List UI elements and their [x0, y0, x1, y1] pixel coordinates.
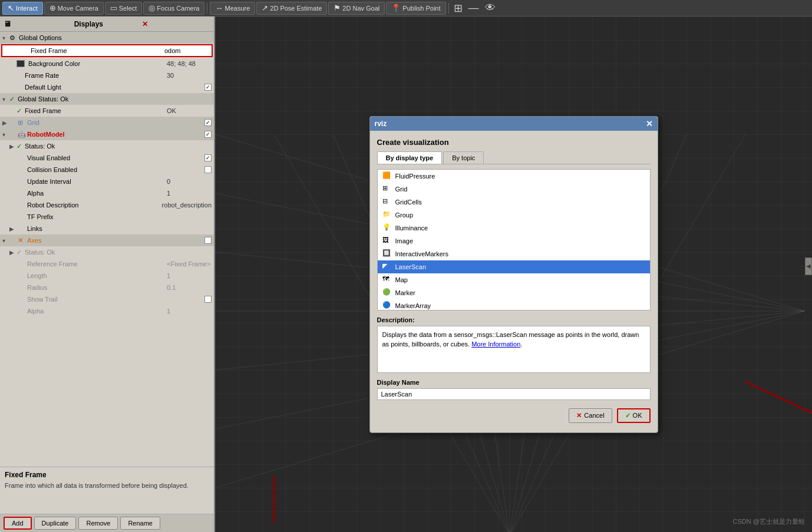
default-light-row[interactable]: Default Light: [0, 81, 214, 93]
interactive-markers-icon: 🔲: [382, 249, 392, 259]
illuminance-icon: 💡: [382, 223, 392, 233]
grid-row[interactable]: ▶ ⊞ Grid: [0, 117, 214, 128]
bottom-buttons: Add Duplicate Remove Rename: [0, 514, 214, 532]
radius-value: 0.1: [164, 284, 212, 291]
tf-prefix-row[interactable]: TF Prefix: [0, 211, 214, 223]
viz-item-grid-cells[interactable]: ⊟GridCells: [378, 196, 650, 209]
ff-status-row[interactable]: ✓ Fixed Frame OK: [0, 105, 214, 117]
add-button[interactable]: Add: [4, 517, 32, 530]
select-button[interactable]: ▭ Select: [105, 2, 143, 15]
visualization-list[interactable]: 🟧FluidPressure⊞Grid⊟GridCells📁Group💡Illu…: [377, 169, 651, 310]
publish-point-button[interactable]: 📍 Publish Point: [386, 2, 445, 15]
ref-frame-row[interactable]: Reference Frame <Fixed Frame>: [0, 258, 214, 270]
background-color-row[interactable]: Background Color 48; 48; 48: [0, 58, 214, 70]
cancel-icon: ✕: [576, 412, 582, 419]
2d-nav-button[interactable]: ⚑ 2D Nav Goal: [328, 2, 385, 15]
global-options-row[interactable]: ▾ ⚙ Global Options: [0, 32, 214, 44]
focus-camera-icon: ◎: [148, 4, 155, 12]
background-color-value: 48; 48; 48: [164, 60, 212, 67]
show-trail-row[interactable]: Show Trail: [0, 293, 214, 305]
robot-model-row[interactable]: ▾ 🤖 RobotModel: [0, 128, 214, 140]
ok-button[interactable]: ✓ OK: [617, 408, 651, 423]
axes-checkbox[interactable]: [204, 237, 212, 244]
ok-icon: ✓: [625, 412, 631, 419]
toolbar: ↖ Interact ⊕ Move Camera ▭ Select ◎ Focu…: [0, 0, 812, 16]
tab-by-topic[interactable]: By topic: [443, 151, 484, 164]
viz-item-marker[interactable]: 🟢Marker: [378, 286, 650, 299]
ff-status-value: OK: [164, 107, 212, 114]
rm-status-row[interactable]: ▶ ✓ Status: Ok: [0, 140, 214, 152]
expand-arrow: ▾: [2, 35, 9, 41]
focus-camera-button[interactable]: ◎ Focus Camera: [143, 2, 204, 15]
move-camera-button[interactable]: ⊕ Move Camera: [44, 2, 104, 15]
radius-row[interactable]: Radius 0.1: [0, 282, 214, 293]
robot-desc-row[interactable]: Robot Description robot_description: [0, 199, 214, 211]
visual-enabled-label: Visual Enabled: [25, 154, 204, 161]
grid-icon: ⊞: [382, 184, 392, 194]
grid-cells-icon: ⊟: [382, 197, 392, 207]
global-status-label: Global Status: Ok: [18, 95, 212, 103]
measure-button[interactable]: ↔ Measure: [210, 2, 255, 15]
interact-button[interactable]: ↖ Interact: [2, 2, 43, 15]
viz-item-grid[interactable]: ⊞Grid: [378, 183, 650, 196]
default-light-checkbox[interactable]: [204, 84, 212, 91]
fixed-frame-row[interactable]: Fixed Frame odom: [1, 44, 213, 57]
collision-enabled-row[interactable]: Collision Enabled: [0, 164, 214, 176]
toolbar-extra-icon-1[interactable]: ⊞: [451, 2, 465, 15]
2d-pose-button[interactable]: ↗ 2D Pose Estimate: [256, 2, 327, 15]
default-light-label: Default Light: [16, 84, 204, 91]
tree-panel[interactable]: ▾ ⚙ Global Options Fixed Frame odom Back…: [0, 32, 214, 467]
axes-alpha-row[interactable]: Alpha 1: [0, 305, 214, 317]
cancel-button[interactable]: ✕ Cancel: [569, 408, 612, 423]
viz-item-marker-array[interactable]: 🔵MarkerArray: [378, 299, 650, 310]
robot-model-checkbox[interactable]: [204, 131, 212, 138]
viz-item-group[interactable]: 📁Group: [378, 209, 650, 222]
viz-item-illuminance[interactable]: 💡Illuminance: [378, 222, 650, 234]
tab-by-display-type[interactable]: By display type: [377, 151, 443, 164]
displays-header: 🖥 Displays ✕: [0, 16, 214, 32]
displays-close-button[interactable]: ✕: [142, 20, 210, 28]
dialog-close-button[interactable]: ✕: [646, 119, 653, 128]
grid-checkbox[interactable]: [204, 119, 212, 126]
toolbar-separator-2: [448, 3, 449, 14]
links-row[interactable]: ▶ Links: [0, 223, 214, 234]
marker-array-icon: 🔵: [382, 301, 392, 310]
links-label: Links: [25, 225, 212, 232]
global-status-row[interactable]: ▾ ✓ Global Status: Ok: [0, 93, 214, 105]
viz-item-fluid-pressure[interactable]: 🟧FluidPressure: [378, 170, 650, 183]
update-interval-row[interactable]: Update Interval 0: [0, 176, 214, 187]
rename-button[interactable]: Rename: [120, 517, 160, 530]
collision-enabled-checkbox[interactable]: [204, 166, 212, 173]
remove-button[interactable]: Remove: [78, 517, 118, 530]
duplicate-button[interactable]: Duplicate: [34, 517, 77, 530]
show-trail-checkbox[interactable]: [204, 296, 212, 303]
axes-alpha-label: Alpha: [25, 308, 164, 315]
alpha-row[interactable]: Alpha 1: [0, 187, 214, 199]
axes-status-row[interactable]: ▶ ✓ Status: Ok: [0, 246, 214, 258]
viz-item-laser-scan[interactable]: ◤LaserScan: [378, 260, 650, 273]
group-icon: 📁: [382, 210, 392, 220]
visual-enabled-checkbox[interactable]: [204, 154, 212, 161]
displays-title: Displays: [74, 20, 143, 28]
dialog-body: Create visualization By display type By …: [370, 131, 658, 432]
info-panel: Fixed Frame Frame into which all data is…: [0, 467, 214, 514]
color-swatch: [16, 60, 25, 67]
marker-icon: 🟢: [382, 288, 392, 298]
axes-row[interactable]: ▾ ✕ Axes: [0, 234, 214, 246]
viz-item-interactive-markers[interactable]: 🔲InteractiveMarkers: [378, 247, 650, 260]
map-icon: 🗺: [382, 275, 392, 285]
toolbar-extra-icon-2[interactable]: —: [466, 2, 481, 14]
toolbar-extra-icon-3[interactable]: 👁: [483, 2, 498, 14]
viewport[interactable]: rviz ✕ Create visualization By display t…: [215, 16, 812, 532]
description-section: Description: Displays the data from a se…: [377, 316, 651, 373]
more-info-link[interactable]: More Information: [471, 341, 520, 348]
visual-enabled-row[interactable]: Visual Enabled: [0, 152, 214, 164]
info-title: Fixed Frame: [5, 471, 209, 479]
main-area: 🖥 Displays ✕ ▾ ⚙ Global Options Fixed Fr…: [0, 16, 812, 532]
length-row[interactable]: Length 1: [0, 270, 214, 282]
display-name-input[interactable]: [377, 388, 651, 400]
viz-item-image[interactable]: 🖼Image: [378, 234, 650, 247]
viz-item-map[interactable]: 🗺Map: [378, 273, 650, 286]
display-name-section: Display Name: [377, 379, 651, 400]
frame-rate-row[interactable]: Frame Rate 30: [0, 70, 214, 81]
